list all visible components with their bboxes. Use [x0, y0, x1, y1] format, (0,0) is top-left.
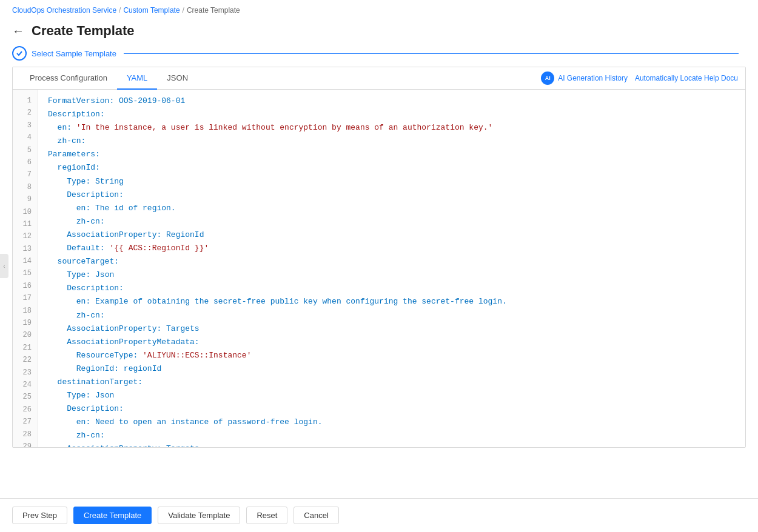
ln-13: 13 — [13, 243, 38, 255]
ln-21: 21 — [13, 342, 38, 354]
code-line-22: destinationTarget: — [48, 376, 736, 389]
ln-24: 24 — [13, 379, 38, 391]
code-line-1: FormatVersion: OOS-2019-06-01 — [48, 95, 736, 108]
code-editor[interactable]: 1 2 3 4 5 6 7 8 9 10 11 12 13 14 15 16 1… — [13, 90, 745, 447]
code-line-5: Parameters: — [48, 148, 736, 161]
ln-17: 17 — [13, 292, 38, 304]
code-line-3: en: 'In the instance, a user is linked w… — [48, 121, 736, 135]
breadcrumb-sep-2: / — [183, 6, 184, 15]
step-1-label: Select Sample Template — [32, 49, 116, 58]
ai-generation-history[interactable]: AI AI Generation History — [541, 71, 628, 85]
code-line-18: AssociationProperty: Targets — [48, 322, 736, 336]
code-line-9: en: The id of region. — [48, 202, 736, 215]
code-line-6: regionId: — [48, 161, 736, 175]
code-line-10: zh-cn: — [48, 215, 736, 228]
step-1: Select Sample Template — [12, 46, 116, 61]
prev-step-button[interactable]: Prev Step — [12, 507, 67, 524]
code-line-19: AssociationPropertyMetadata: — [48, 336, 736, 349]
ln-11: 11 — [13, 218, 38, 230]
ln-10: 10 — [13, 206, 38, 218]
ln-16: 16 — [13, 280, 38, 292]
code-line-14: Type: Json — [48, 268, 736, 282]
code-line-2: Description: — [48, 108, 736, 121]
back-button[interactable]: ← — [12, 24, 24, 38]
ln-6: 6 — [13, 156, 38, 168]
code-line-17: zh-cn: — [48, 309, 736, 322]
breadcrumb-sep-1: / — [119, 6, 121, 15]
line-numbers: 1 2 3 4 5 6 7 8 9 10 11 12 13 14 15 16 1… — [13, 90, 38, 447]
code-line-16: en: Example of obtaining the secret-free… — [48, 295, 736, 308]
tab-right-actions: AI AI Generation History Automatically L… — [541, 71, 738, 85]
reset-button[interactable]: Reset — [246, 507, 287, 524]
ln-1: 1 — [13, 95, 38, 107]
ln-25: 25 — [13, 391, 38, 403]
code-line-24: Description: — [48, 402, 736, 416]
ln-3: 3 — [13, 119, 38, 131]
help-link[interactable]: Automatically Locate Help Docu — [635, 74, 738, 82]
ln-7: 7 — [13, 168, 38, 181]
code-line-12: Default: '{{ ACS::RegionId }}' — [48, 242, 736, 255]
code-line-4: zh-cn: — [48, 135, 736, 148]
ln-9: 9 — [13, 193, 38, 205]
ai-avatar: AI — [541, 71, 554, 85]
code-line-25: en: Need to open an instance of password… — [48, 416, 736, 429]
ln-26: 26 — [13, 404, 38, 416]
tab-json[interactable]: JSON — [157, 67, 198, 90]
ln-22: 22 — [13, 354, 38, 366]
ln-29: 29 — [13, 441, 38, 447]
page-title: Create Template — [32, 23, 135, 39]
create-template-button[interactable]: Create Template — [73, 507, 152, 524]
code-lines[interactable]: FormatVersion: OOS-2019-06-01 Descriptio… — [38, 90, 745, 447]
code-line-11: AssociationProperty: RegionId — [48, 228, 736, 242]
code-line-26: zh-cn: — [48, 429, 736, 442]
ln-15: 15 — [13, 267, 38, 279]
ln-8: 8 — [13, 181, 38, 193]
page-header: ← Create Template — [0, 18, 758, 46]
code-line-13: sourceTarget: — [48, 255, 736, 268]
tab-process-config[interactable]: Process Configuration — [20, 67, 117, 90]
content-area: Process Configuration YAML JSON AI AI Ge… — [12, 67, 746, 448]
breadcrumb-link-1[interactable]: CloudOps Orchestration Service — [12, 6, 116, 15]
code-line-20: ResourceType: 'ALIYUN::ECS::Instance' — [48, 349, 736, 362]
breadcrumb: CloudOps Orchestration Service / Custom … — [0, 0, 758, 18]
ln-19: 19 — [13, 317, 38, 329]
tab-bar: Process Configuration YAML JSON AI AI Ge… — [13, 67, 745, 90]
step-line — [124, 53, 739, 54]
ln-23: 23 — [13, 367, 38, 379]
code-line-27: AssociationProperty: Targets — [48, 442, 736, 447]
breadcrumb-current: Create Template — [187, 6, 240, 15]
code-line-7: Type: String — [48, 175, 736, 188]
ln-20: 20 — [13, 329, 38, 341]
ln-2: 2 — [13, 107, 38, 119]
ln-5: 5 — [13, 144, 38, 156]
breadcrumb-link-2[interactable]: Custom Template — [123, 6, 179, 15]
left-panel-handle[interactable]: ‹ — [0, 254, 8, 278]
ln-27: 27 — [13, 416, 38, 428]
cancel-button[interactable]: Cancel — [293, 507, 338, 524]
code-line-21: RegionId: regionId — [48, 362, 736, 376]
tab-yaml[interactable]: YAML — [117, 67, 157, 90]
ln-12: 12 — [13, 230, 38, 242]
code-line-23: Type: Json — [48, 389, 736, 402]
ln-18: 18 — [13, 305, 38, 317]
footer-bar: Prev Step Create Template Validate Templ… — [0, 498, 758, 532]
steps-bar: Select Sample Template — [0, 46, 758, 67]
ai-generation-label: AI Generation History — [558, 74, 628, 82]
code-line-15: Description: — [48, 282, 736, 295]
ln-4: 4 — [13, 131, 38, 144]
validate-template-button[interactable]: Validate Template — [158, 507, 240, 524]
step-1-circle — [12, 46, 27, 61]
ln-28: 28 — [13, 428, 38, 441]
ln-14: 14 — [13, 255, 38, 267]
code-line-8: Description: — [48, 188, 736, 202]
